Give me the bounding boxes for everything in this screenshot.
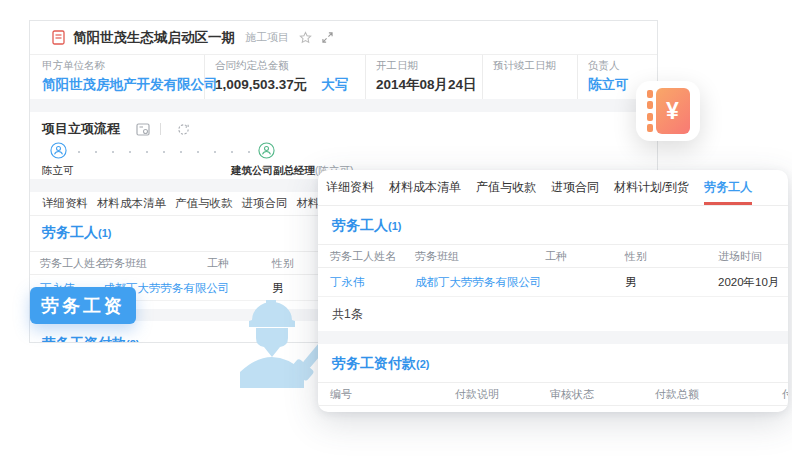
total-count-label: 共1条 [332,306,788,323]
worker-name-link[interactable]: 丁永伟 [330,275,365,290]
field-owner: 负责人 陈立可 [588,55,639,99]
table-row: 劳务工资付款#0006 未发起 20,000.00 [318,406,788,412]
ledger-spine [647,88,653,134]
section-divider-band [30,99,657,112]
tab-material-cost-list[interactable]: 材料成本清单 [389,170,461,205]
project-title: 简阳世茂生态城启动区一期 [73,29,235,47]
project-summary-fields: 甲方单位名称 简阳世茂房地产开发有限公司 合同约定总金额 1,009,503.3… [30,55,657,99]
star-icon[interactable] [299,31,312,44]
amount-in-words-link[interactable]: 大写 [321,76,348,94]
tab-details[interactable]: 详细资料 [42,196,88,211]
document-icon [52,30,65,45]
person-icon [50,142,67,159]
badge-label: 劳务工资 [41,294,125,318]
refresh-icon[interactable] [177,123,190,136]
tab-input-contracts[interactable]: 进项合同 [551,170,599,205]
labor-workers-panel: 详细资料 材料成本清单 产值与收款 进项合同 材料计划/到货 劳务工人 劳务工人… [318,170,788,412]
flow-step1-label: 陈立可 [42,164,74,178]
report-icon[interactable] [136,123,150,136]
approval-flow-section: 项目立项流程 陈立可 建筑公司副总经理(陈立可) [30,112,657,179]
tab-labor-workers[interactable]: 劳务工人 [704,170,752,205]
section-divider-band [318,331,788,344]
project-type-tag: 施工项目 [245,30,289,45]
page: 简阳世茂生态城启动区一期 施工项目 甲方单位名称 简阳世茂房地产开发有限公司 合… [0,0,792,459]
payments-table-header: 编号 付款说明 审核状态 付款总额 付 [318,382,788,406]
expand-icon[interactable] [322,32,333,43]
flow-dotted-connector [78,151,256,153]
field-client-name: 甲方单位名称 简阳世茂房地产开发有限公司 [42,55,205,99]
contract-amount-value: 1,009,503.37元 [215,76,307,94]
labor-wages-badge: 劳务工资 [30,287,136,324]
tab-details[interactable]: 详细资料 [326,170,374,205]
window-title-bar: 简阳世茂生态城启动区一期 施工项目 [30,21,657,55]
tab-input-contracts[interactable]: 进项合同 [242,196,288,211]
tab-output-and-receipts[interactable]: 产值与收款 [476,170,536,205]
person-icon [258,142,275,159]
ledger-yen-icon: ¥ [636,81,700,141]
field-start-date: 开工日期 2014年08月24日 [376,55,483,99]
tab-material-cost-list[interactable]: 材料成本清单 [97,196,166,211]
workers-section-title: 劳务工人(1) [332,217,788,235]
owner-link[interactable]: 陈立可 [588,76,629,94]
front-tab-bar: 详细资料 材料成本清单 产值与收款 进项合同 材料计划/到货 劳务工人 [318,170,788,206]
yen-symbol: ¥ [666,98,679,125]
client-name-link[interactable]: 简阳世茂房地产开发有限公司 [42,76,194,94]
flow-title: 项目立项流程 [42,120,120,138]
entry-date: 2020年10月 [718,275,779,290]
field-expected-completion-date: 预计竣工日期 [493,55,578,99]
tab-output-and-receipts[interactable]: 产值与收款 [175,196,233,211]
workers-table-header: 劳务工人姓名 劳务班组 工种 性别 进场时间 [318,244,788,268]
worker-team-link[interactable]: 成都丁大劳劳务有限公司 [415,275,542,290]
tab-material-plan-arrival[interactable]: 材料计划/到货 [614,170,689,205]
icon-divider [160,123,161,135]
payment-section-title: 劳务工资付款(2) [332,355,788,373]
field-contract-amount: 合同约定总金额 1,009,503.37元 大写 [215,55,366,99]
table-row: 丁永伟 成都丁大劳劳务有限公司 男 2020年10月 [318,268,788,297]
